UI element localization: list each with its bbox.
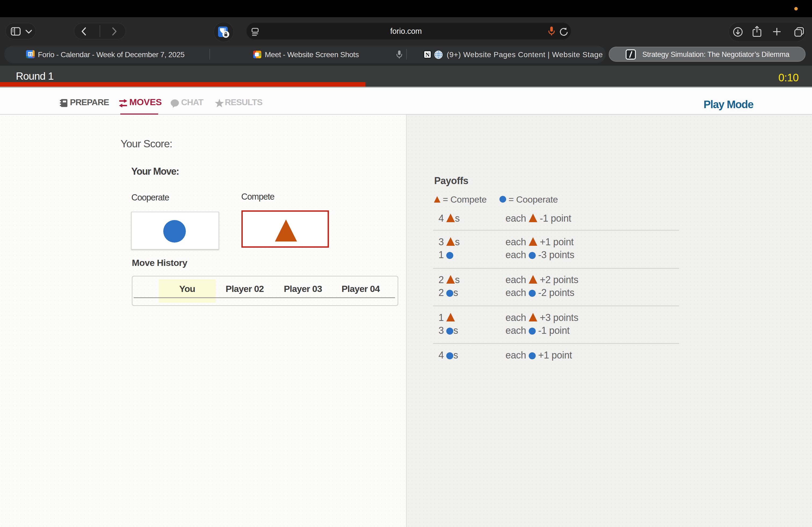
svg-text:N: N — [425, 51, 430, 58]
svg-text:31: 31 — [28, 52, 32, 56]
